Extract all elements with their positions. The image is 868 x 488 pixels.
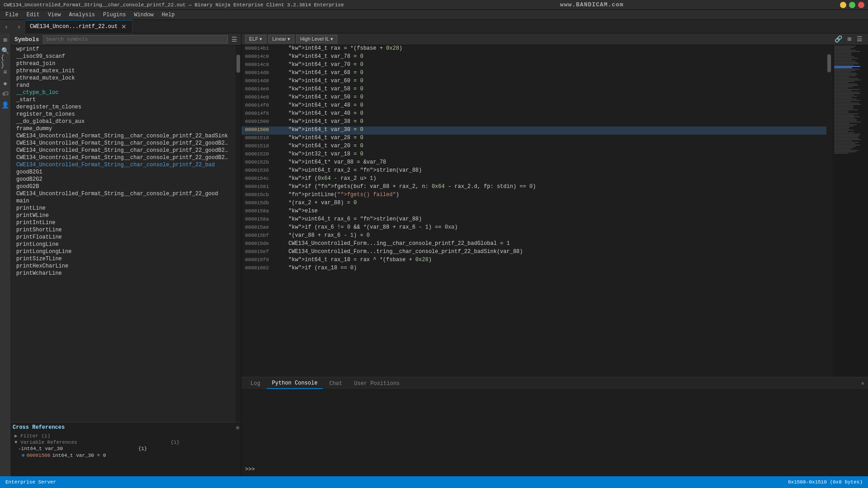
sidebar-icon-search[interactable]: 🔍 (1, 46, 10, 55)
code-line[interactable]: 000015db *(rax_2 + var_88) = 0 (241, 200, 826, 208)
symbols-menu-icon[interactable]: ☰ (231, 36, 237, 43)
code-line[interactable]: 000014f8 "kw">int64_t var_40 = 0 (241, 110, 826, 118)
toolbar-menu-icon[interactable]: ☰ (855, 35, 864, 43)
symbol-item[interactable]: __ctype_b_loc (11, 89, 236, 96)
code-line[interactable]: 000014c8 "kw">int64_t var_70 = 0 (241, 61, 826, 70)
symbol-item[interactable]: printWLine (11, 212, 236, 219)
console-close-icon[interactable]: ✕ (861, 380, 864, 387)
code-line[interactable]: 00001602 "kw">if (rax_18 == 0) (241, 265, 826, 273)
menu-plugins[interactable]: Plugins (99, 11, 129, 19)
code-view[interactable]: 000014b1 "kw">int64_t rax = *(fsbase + 0… (241, 45, 826, 377)
code-line[interactable]: 00001581 "kw">if ("fn">fgets(buf: var_88… (241, 183, 826, 192)
code-line[interactable]: 0000158a "kw">else (241, 208, 826, 216)
sidebar-icon-person[interactable]: 👤 (1, 100, 10, 109)
symbol-item[interactable]: printSizeTLine (11, 255, 236, 263)
symbol-item[interactable]: printShortLine (11, 226, 236, 234)
cross-references-menu-icon[interactable]: ⊞ (236, 425, 239, 431)
code-line[interactable]: 00001520 "kw">int32_t var_18 = 0 (241, 151, 826, 159)
symbol-item[interactable]: CWE134_Uncontrolled_Format_String__char_… (11, 154, 236, 161)
symbol-item[interactable]: register_tm_clones (11, 111, 236, 118)
code-line[interactable]: 000014d0 "kw">int64_t var_68 = 0 (241, 70, 826, 78)
console-tab-log[interactable]: Log (245, 379, 266, 389)
code-line[interactable]: 0000158a "kw">uint64_t rax_6 = "fn">strl… (241, 216, 826, 224)
code-line[interactable]: 00001518 "kw">int64_t var_20 = 0 (241, 143, 826, 151)
symbol-item[interactable]: wprintf (11, 46, 236, 53)
code-line[interactable]: 000014d8 "kw">int64_t var_60 = 0 (241, 78, 826, 86)
menu-file[interactable]: File (2, 11, 22, 19)
symbol-item[interactable]: printLine (11, 205, 236, 212)
code-line[interactable]: 000014c0 "kw">int64_t var_78 = 0 (241, 53, 826, 61)
code-line[interactable]: 00001508 "kw">int64_t var_30 = 0 (241, 127, 826, 135)
sidebar-icon-layers[interactable]: ≡ (1, 68, 10, 77)
sidebar-icon-code[interactable]: { } (1, 57, 10, 66)
toolbar-link-icon[interactable]: 🔗 (833, 35, 844, 43)
code-line[interactable]: 0000152b "kw">int64_t* var_88 = &var_78 (241, 159, 826, 167)
code-line[interactable]: 000014e0 "kw">int64_t var_58 = 0 (241, 86, 826, 94)
symbol-item[interactable]: rand (11, 82, 236, 89)
symbol-item[interactable]: goodG2B (11, 183, 236, 190)
symbol-item[interactable]: pthread_join (11, 60, 236, 67)
code-line[interactable]: 000014b1 "kw">int64_t rax = *(fsbase + 0… (241, 45, 826, 53)
console-input[interactable] (257, 466, 438, 473)
console-tab-chat[interactable]: Chat (324, 379, 348, 389)
code-line[interactable]: 00001510 "kw">int64_t var_28 = 0 (241, 135, 826, 143)
console-tab-python[interactable]: Python Console (267, 378, 323, 389)
symbol-item[interactable]: goodB2G2 (11, 176, 236, 183)
symbol-item[interactable]: _start (11, 96, 236, 103)
menu-help[interactable]: Help (158, 11, 179, 19)
highlevel-button[interactable]: High Level IL ▾ (296, 35, 337, 43)
code-line[interactable]: 000015ef CWE134_Uncontrolled_Form...trin… (241, 249, 826, 257)
symbol-item[interactable]: __isoc99_sscanf (11, 53, 236, 60)
code-line[interactable]: 000015bf *(var_88 + rax_6 - 1) = 0 (241, 232, 826, 240)
close-button[interactable] (858, 2, 864, 8)
tab-close[interactable]: ✕ (120, 23, 127, 30)
code-line[interactable]: 000015cb "fn">printLine("">fgets() faile… (241, 192, 826, 200)
symbol-item[interactable]: printLongLine (11, 241, 236, 248)
symbol-item[interactable]: pthread_mutex_lock (11, 75, 236, 82)
symbol-item[interactable]: CWE134_Uncontrolled_Format_String__char_… (11, 161, 236, 169)
menu-window[interactable]: Window (130, 11, 157, 19)
code-line[interactable]: 000014f0 "kw">int64_t var_48 = 0 (241, 102, 826, 110)
menu-view[interactable]: View (44, 11, 65, 19)
elf-button[interactable]: ELF ▾ (245, 35, 266, 43)
code-line[interactable]: 0000154c "kw">if (0x64 - rax_2 u> 1) (241, 175, 826, 183)
symbol-item[interactable]: printWcharLine (11, 270, 236, 277)
symbol-item[interactable]: __do_global_dtors_aux (11, 118, 236, 125)
code-line[interactable]: 00001500 "kw">int64_t var_38 = 0 (241, 118, 826, 127)
menu-edit[interactable]: Edit (23, 11, 43, 19)
cross-ref-entry[interactable]: ⊕ 00001508 int64_t var_30 = 0 (13, 452, 239, 459)
symbol-item[interactable]: printLongLongLine (11, 248, 236, 255)
maximize-button[interactable] (849, 2, 855, 8)
symbol-item[interactable]: pthread_mutex_init (11, 67, 236, 75)
symbol-item[interactable]: CWE134_Uncontrolled_Format_String__char_… (11, 140, 236, 147)
sidebar-icon-nav[interactable]: ⊞ (1, 35, 10, 44)
code-line[interactable]: 000014e8 "kw">int64_t var_50 = 0 (241, 94, 826, 102)
symbol-item[interactable]: printFloatLine (11, 234, 236, 241)
symbol-item[interactable]: main (11, 197, 236, 205)
sidebar-icon-tag[interactable]: 🏷 (1, 89, 10, 99)
code-line[interactable]: 000015ae "kw">if (rax_6 != 0 && *(var_88… (241, 224, 826, 232)
cross-ref-filter[interactable]: ▶ Filter (1) (13, 432, 239, 439)
symbol-item[interactable]: goodB2G1 (11, 169, 236, 176)
sidebar-icon-graph[interactable]: ◈ (1, 79, 10, 88)
symbol-item[interactable]: deregister_tm_clones (11, 103, 236, 111)
symbols-scrollbar[interactable] (236, 46, 241, 422)
code-line[interactable]: 00001536 "kw">uint64_t rax_2 = "fn">strl… (241, 167, 826, 175)
active-tab[interactable]: CWE134_Uncon...rintf_22.out ✕ (25, 20, 132, 33)
linear-button[interactable]: Linear ▾ (268, 35, 294, 43)
code-line[interactable]: 000015de CWE134_Uncontrolled_Form...ing_… (241, 240, 826, 249)
toolbar-split-icon[interactable]: ⊞ (846, 35, 853, 43)
symbol-item[interactable]: frame_dummy (11, 125, 236, 132)
minimize-button[interactable] (840, 2, 846, 8)
symbols-search-input[interactable] (43, 35, 228, 43)
console-tab-positions[interactable]: User Positions (349, 379, 405, 389)
symbol-item[interactable]: printHexCharLine (11, 263, 236, 270)
symbol-item[interactable]: CWE134_Uncontrolled_Format_String__char_… (11, 147, 236, 154)
symbol-item[interactable]: CWE134_Uncontrolled_Format_String__char_… (11, 190, 236, 197)
tab-nav-right[interactable]: › (13, 20, 25, 33)
tab-nav-left[interactable]: ‹ (0, 20, 13, 33)
code-line[interactable]: 000015f9 "kw">int64_t rax_18 = rax ^ *(f… (241, 257, 826, 265)
menu-analysis[interactable]: Analysis (65, 11, 99, 19)
code-scrollbar[interactable] (826, 45, 832, 377)
symbol-item[interactable]: printIntLine (11, 219, 236, 226)
